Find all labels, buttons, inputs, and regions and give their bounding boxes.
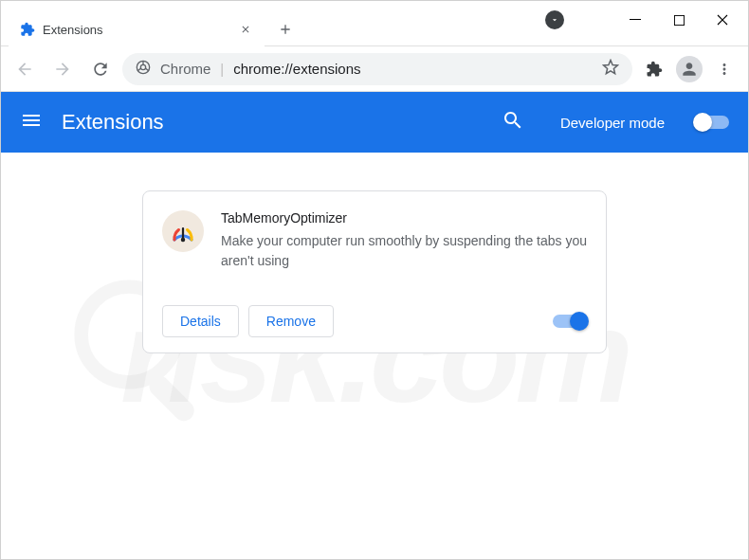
browser-menu-icon[interactable] <box>708 53 740 85</box>
search-icon[interactable] <box>502 109 524 135</box>
omnibox-scheme: Chrome <box>160 61 210 77</box>
menu-icon[interactable] <box>20 109 43 135</box>
bookmark-star-icon[interactable] <box>602 59 619 80</box>
maximize-button[interactable] <box>657 1 701 39</box>
close-tab-icon[interactable] <box>238 22 253 37</box>
page-title: Extensions <box>62 110 483 135</box>
toggle-knob <box>570 312 589 331</box>
svg-point-7 <box>181 238 186 243</box>
profile-avatar-button[interactable] <box>676 56 703 82</box>
page-content: risk.com TabMemoryOptimizer Make your co… <box>1 153 748 559</box>
back-button[interactable] <box>9 53 41 85</box>
omnibox-url: chrome://extensions <box>233 61 593 77</box>
svg-rect-1 <box>674 15 684 25</box>
window-controls <box>613 1 744 39</box>
puzzle-icon <box>20 22 35 37</box>
address-bar[interactable]: Chrome | chrome://extensions <box>122 53 632 85</box>
extension-app-icon <box>162 210 204 252</box>
toggle-knob <box>693 113 712 132</box>
reload-button[interactable] <box>84 53 117 85</box>
extension-enable-toggle[interactable] <box>553 315 587 328</box>
extensions-page-header: Extensions Developer mode <box>1 92 748 153</box>
new-tab-button[interactable] <box>272 16 299 43</box>
omnibox-separator: | <box>220 61 224 77</box>
svg-rect-5 <box>145 372 198 425</box>
account-badge-icon[interactable] <box>545 10 564 29</box>
minimize-button[interactable] <box>613 1 657 39</box>
extension-card: TabMemoryOptimizer Make your computer ru… <box>142 190 607 353</box>
browser-toolbar: Chrome | chrome://extensions <box>1 46 748 92</box>
remove-button[interactable]: Remove <box>248 305 334 337</box>
extension-name: TabMemoryOptimizer <box>221 210 587 226</box>
browser-tab[interactable]: Extensions <box>9 12 265 46</box>
tab-strip: Extensions <box>1 1 545 46</box>
details-button[interactable]: Details <box>162 305 239 337</box>
close-window-button[interactable] <box>701 1 744 39</box>
extension-description: Make your computer run smoothly by suspe… <box>221 231 587 271</box>
titlebar-right <box>545 1 748 39</box>
extensions-puzzle-icon[interactable] <box>638 53 670 85</box>
chrome-icon <box>136 60 151 79</box>
forward-button[interactable] <box>46 53 79 85</box>
window-titlebar: Extensions <box>1 1 748 46</box>
developer-mode-toggle[interactable] <box>695 116 729 129</box>
svg-rect-0 <box>630 19 641 20</box>
developer-mode-label: Developer mode <box>560 115 665 131</box>
tab-title: Extensions <box>43 23 230 37</box>
svg-point-3 <box>140 64 145 69</box>
